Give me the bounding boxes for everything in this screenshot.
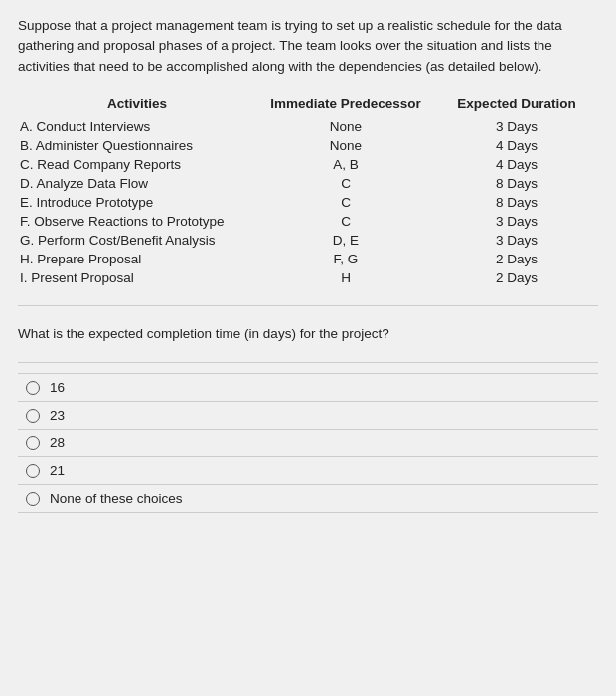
predecessor-cell: H [256,268,435,287]
table-row: C. Read Company ReportsA, B4 Days [18,155,598,174]
activity-cell: E. Introduce Prototype [18,193,256,212]
duration-cell: 8 Days [435,174,598,193]
table-row: A. Conduct InterviewsNone3 Days [18,117,598,136]
option-item[interactable]: 16 [18,373,598,402]
option-label: 28 [50,435,65,450]
activity-cell: H. Prepare Proposal [18,250,256,268]
activity-cell: I. Present Proposal [18,268,256,287]
activity-cell: G. Perform Cost/Benefit Analysis [18,231,256,250]
duration-cell: 3 Days [435,117,598,136]
activity-cell: D. Analyze Data Flow [18,174,256,193]
radio-circle-icon [26,436,40,450]
divider-1 [18,305,598,306]
radio-circle-icon [26,492,40,506]
predecessor-cell: None [256,136,435,155]
option-item[interactable]: 21 [18,456,598,485]
activity-cell: F. Observe Reactions to Prototype [18,212,256,231]
option-label: 21 [50,463,65,478]
table-row: D. Analyze Data FlowC8 Days [18,174,598,193]
option-label: None of these choices [50,491,183,506]
table-row: I. Present ProposalH2 Days [18,268,598,287]
activities-table: Activities Immediate Predecessor Expecte… [18,94,598,287]
radio-circle-icon [26,464,40,478]
table-row: H. Prepare ProposalF, G2 Days [18,250,598,268]
duration-cell: 2 Days [435,268,598,287]
divider-2 [18,362,598,363]
table-row: F. Observe Reactions to PrototypeC3 Days [18,212,598,231]
col-header-predecessor: Immediate Predecessor [256,94,435,117]
intro-paragraph: Suppose that a project management team i… [18,16,598,77]
activity-cell: A. Conduct Interviews [18,117,256,136]
options-section: 16232821None of these choices [18,373,598,513]
activities-table-section: Activities Immediate Predecessor Expecte… [18,94,598,287]
option-item[interactable]: 28 [18,429,598,457]
predecessor-cell: D, E [256,231,435,250]
option-item[interactable]: None of these choices [18,484,598,513]
col-header-activity: Activities [18,94,256,117]
table-row: E. Introduce PrototypeC8 Days [18,193,598,212]
predecessor-cell: F, G [256,250,435,268]
predecessor-cell: C [256,193,435,212]
duration-cell: 4 Days [435,136,598,155]
col-header-duration: Expected Duration [435,94,598,117]
option-label: 16 [50,380,65,395]
predecessor-cell: C [256,174,435,193]
duration-cell: 4 Days [435,155,598,174]
predecessor-cell: A, B [256,155,435,174]
page: Suppose that a project management team i… [0,0,616,696]
duration-cell: 3 Days [435,231,598,250]
duration-cell: 8 Days [435,193,598,212]
table-row: G. Perform Cost/Benefit AnalysisD, E3 Da… [18,231,598,250]
table-row: B. Administer QuestionnairesNone4 Days [18,136,598,155]
radio-circle-icon [26,409,40,423]
activity-cell: C. Read Company Reports [18,155,256,174]
option-item[interactable]: 23 [18,401,598,430]
predecessor-cell: None [256,117,435,136]
question-text: What is the expected completion time (in… [18,324,598,344]
option-label: 23 [50,408,65,423]
activity-cell: B. Administer Questionnaires [18,136,256,155]
radio-circle-icon [26,381,40,395]
duration-cell: 3 Days [435,212,598,231]
duration-cell: 2 Days [435,250,598,268]
predecessor-cell: C [256,212,435,231]
